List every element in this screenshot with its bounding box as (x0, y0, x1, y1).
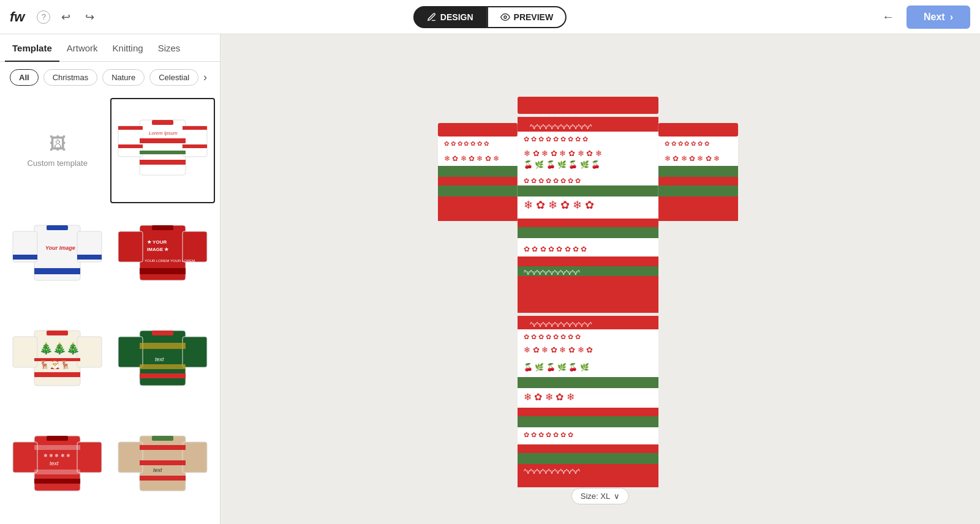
back-arrow-button[interactable]: ← (877, 6, 899, 28)
template-preview-4: 🎄🎄🎄 🦌🎅🦌 (10, 318, 105, 404)
svg-rect-5 (140, 138, 186, 143)
tab-knitting[interactable]: Knitting (105, 34, 151, 62)
next-button[interactable]: Next › (907, 6, 970, 29)
svg-rect-101 (658, 166, 738, 177)
svg-rect-102 (658, 177, 738, 185)
svg-rect-42 (140, 343, 186, 349)
redo-button[interactable]: ↪ (81, 8, 98, 26)
svg-text:❄ ❄ ❄ ❄ ❄: ❄ ❄ ❄ ❄ ❄ (43, 453, 70, 458)
svg-rect-12 (118, 144, 143, 148)
svg-text:✿ ✿ ✿ ✿ ✿ ✿ ✿ ✿: ✿ ✿ ✿ ✿ ✿ ✿ ✿ ✿ (524, 245, 587, 253)
sweater-flat-layout[interactable]: ✿ ✿ ✿ ✿ ✿ ✿ ✿ ❄ ✿ ❄ ✿ ❄ ✿ ❄ (386, 59, 815, 500)
svg-rect-57 (183, 442, 207, 473)
svg-rect-44 (140, 373, 186, 378)
svg-rect-34 (34, 372, 80, 377)
svg-rect-68 (438, 166, 518, 177)
custom-template-item[interactable]: 🖼 Custom template (5, 98, 110, 203)
svg-rect-23 (118, 231, 143, 262)
svg-rect-2 (118, 126, 143, 157)
svg-rect-61 (140, 476, 186, 481)
svg-rect-24 (183, 231, 207, 262)
svg-rect-31 (13, 337, 37, 367)
svg-text:🎄🎄🎄: 🎄🎄🎄 (39, 342, 80, 355)
svg-rect-58 (152, 436, 173, 441)
svg-text:❄  ✿  ❄  ✿  ❄  ✿: ❄ ✿ ❄ ✿ ❄ ✿ (524, 199, 594, 211)
template-item-6[interactable]: text ❄ ❄ ❄ ❄ ❄ (5, 414, 110, 519)
svg-text:Your Image: Your Image (45, 245, 75, 251)
svg-text:🍒 🌿 🍒 🌿 🍒 🌿: 🍒 🌿 🍒 🌿 🍒 🌿 (524, 362, 589, 372)
tab-sizes[interactable]: Sizes (151, 34, 188, 62)
custom-template-label: Custom template (28, 159, 88, 168)
filter-bar: All Christmas Nature Celestial › (0, 62, 220, 93)
template-preview-5: text (115, 318, 210, 404)
svg-rect-80 (518, 185, 658, 196)
svg-text:Lorem Ipsum: Lorem Ipsum (149, 130, 178, 136)
svg-text:❄ ✿ ❄ ✿ ❄ ✿ ❄ ✿: ❄ ✿ ❄ ✿ ❄ ✿ ❄ ✿ (524, 345, 593, 354)
filter-celestial[interactable]: Celestial (149, 69, 198, 86)
filter-all[interactable]: All (10, 69, 39, 86)
svg-rect-49 (47, 436, 68, 441)
svg-rect-70 (438, 185, 518, 196)
svg-rect-63 (518, 97, 658, 114)
filter-next-button[interactable]: › (203, 71, 207, 84)
svg-text:❄ ✿ ❄ ✿ ❄ ✿ ❄: ❄ ✿ ❄ ✿ ❄ ✿ ❄ (665, 154, 720, 163)
svg-rect-87 (518, 276, 658, 298)
svg-rect-6 (140, 151, 186, 154)
svg-text:^v^v^v^v^v^v^v^v^v^: ^v^v^v^v^v^v^v^v^v^ (524, 468, 580, 475)
filter-christmas[interactable]: Christmas (43, 69, 98, 86)
svg-rect-43 (140, 364, 186, 369)
svg-rect-33 (47, 331, 68, 335)
svg-rect-4 (152, 120, 173, 125)
template-preview-7: text (115, 424, 210, 509)
svg-rect-104 (658, 196, 738, 209)
template-item-2[interactable]: Your Image (5, 203, 110, 309)
svg-rect-11 (183, 126, 207, 130)
svg-rect-83 (518, 227, 658, 238)
template-preview-6: text ❄ ❄ ❄ ❄ ❄ (10, 424, 105, 509)
design-button[interactable]: DESIGN (413, 6, 487, 28)
svg-rect-59 (140, 445, 186, 450)
template-grid: 🖼 Custom template (0, 93, 220, 524)
svg-rect-17 (47, 225, 68, 230)
svg-rect-39 (118, 337, 143, 367)
svg-rect-51 (34, 470, 80, 474)
svg-rect-82 (518, 219, 658, 227)
app-logo: fw (10, 9, 24, 25)
svg-rect-113 (518, 377, 658, 388)
sidebar-tabs: Template Artwork Knitting Sizes (0, 34, 220, 62)
svg-rect-120 (518, 464, 658, 487)
template-item-3[interactable]: ★ YOUR IMAGE ★ YOUR LOREM YOUR LOREM (110, 203, 216, 309)
svg-rect-103 (658, 185, 738, 196)
svg-rect-118 (518, 444, 658, 453)
filter-nature[interactable]: Nature (102, 69, 145, 86)
undo-button[interactable]: ↩ (58, 8, 74, 26)
preview-button[interactable]: PREVIEW (487, 6, 567, 28)
template-preview-2: Your Image (10, 213, 105, 299)
template-item-1[interactable]: Lorem Ipsum (110, 98, 216, 203)
size-selector[interactable]: Size: XL ∨ (571, 488, 629, 504)
template-item-4[interactable]: 🎄🎄🎄 🦌🎅🦌 (5, 309, 110, 414)
svg-text:✿ ✿ ✿ ✿ ✿ ✿ ✿: ✿ ✿ ✿ ✿ ✿ ✿ ✿ (444, 140, 489, 147)
svg-rect-41 (152, 331, 173, 335)
svg-rect-26 (140, 268, 186, 274)
template-item-7[interactable]: text (110, 414, 216, 519)
svg-rect-52 (34, 479, 80, 484)
template-item-5[interactable]: text (110, 309, 216, 414)
tab-template[interactable]: Template (5, 34, 59, 62)
canvas-area: ✿ ✿ ✿ ✿ ✿ ✿ ✿ ❄ ✿ ❄ ✿ ❄ ✿ ❄ (221, 34, 980, 524)
design-icon (427, 12, 437, 22)
svg-rect-10 (118, 126, 143, 130)
help-icon[interactable]: ? (37, 10, 50, 24)
size-label: Size: XL (581, 492, 610, 501)
svg-point-0 (504, 16, 507, 18)
svg-text:IMAGE ★: IMAGE ★ (147, 247, 169, 252)
next-arrow-icon: › (950, 12, 953, 23)
svg-rect-25 (152, 225, 173, 230)
svg-text:text: text (50, 460, 59, 466)
svg-rect-65 (438, 123, 518, 137)
svg-rect-56 (118, 442, 143, 473)
tab-artwork[interactable]: Artwork (59, 34, 105, 62)
svg-rect-69 (438, 177, 518, 185)
svg-rect-3 (183, 126, 207, 157)
svg-text:✿ ✿ ✿ ✿ ✿ ✿ ✿ ✿ ✿: ✿ ✿ ✿ ✿ ✿ ✿ ✿ ✿ ✿ (524, 135, 588, 143)
